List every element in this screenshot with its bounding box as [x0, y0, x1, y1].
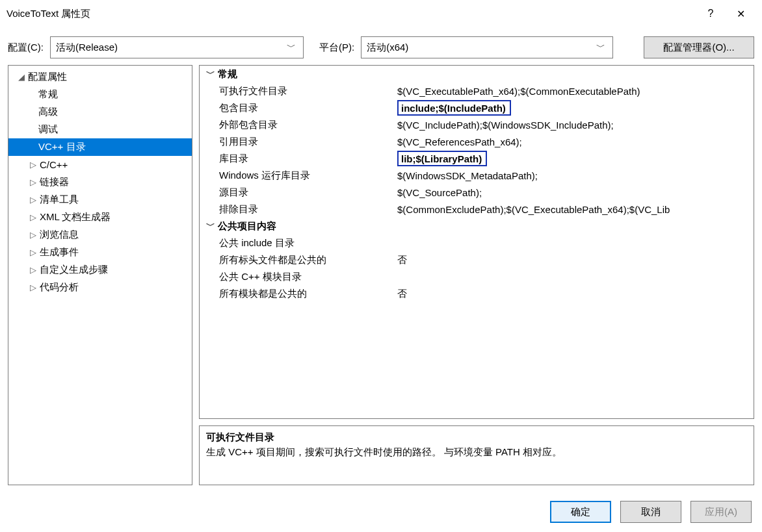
expander-closed-icon: ▷	[28, 247, 38, 257]
tree-item-build-events[interactable]: ▷ 生成事件	[8, 244, 192, 261]
prop-value[interactable]: lib;$(LibraryPath)	[397, 151, 754, 166]
prop-value[interactable]: $(VC_SourcePath);	[397, 187, 754, 198]
property-group-public-project[interactable]: ﹀ 公共项目内容	[200, 218, 754, 234]
prop-value[interactable]: $(VC_ExecutablePath_x64);$(CommonExecuta…	[397, 86, 754, 97]
configuration-combo[interactable]: 活动(Release) ﹀	[50, 36, 304, 58]
prop-row-reference-dirs[interactable]: 引用目录 $(VC_ReferencesPath_x64);	[200, 133, 754, 150]
configuration-tree[interactable]: ◢ 配置属性 常规 高级 调试 VC++ 目录 ▷ C/C++ ▷ 链接器	[8, 65, 192, 485]
configuration-value: 活动(Release)	[56, 42, 285, 54]
prop-row-include-dirs[interactable]: 包含目录 include;$(IncludePath)	[200, 99, 754, 116]
prop-row-library-dirs[interactable]: 库目录 lib;$(LibraryPath)	[200, 150, 754, 167]
tree-item-label: VC++ 目录	[38, 141, 86, 153]
prop-value[interactable]: $(WindowsSDK_MetadataPath);	[397, 170, 754, 181]
prop-value[interactable]: $(CommonExcludePath);$(VC_ExecutablePath…	[397, 204, 754, 215]
tree-item-label: 链接器	[40, 176, 69, 188]
prop-row-public-include-dirs[interactable]: 公共 include 目录	[200, 234, 754, 251]
property-group-label: 常规	[218, 68, 237, 81]
configuration-manager-label: 配置管理器(O)...	[663, 42, 734, 54]
expander-closed-icon: ▷	[28, 283, 38, 292]
prop-key: 可执行文件目录	[200, 85, 397, 97]
prop-row-exclude-dirs[interactable]: 排除目录 $(CommonExcludePath);$(VC_Executabl…	[200, 201, 754, 218]
tree-item-code-analysis[interactable]: ▷ 代码分析	[8, 279, 192, 296]
close-icon: ✕	[737, 8, 745, 20]
prop-value[interactable]: 否	[397, 254, 754, 266]
help-icon: ?	[708, 8, 714, 19]
tree-item-label: XML 文档生成器	[40, 211, 111, 223]
chevron-down-icon: ﹀	[204, 68, 218, 80]
expander-closed-icon: ▷	[28, 212, 38, 222]
highlighted-value: lib;$(LibraryPath)	[397, 151, 487, 166]
chevron-down-icon: ﹀	[285, 42, 298, 53]
configuration-label: 配置(C):	[8, 42, 44, 54]
chevron-down-icon: ﹀	[204, 220, 218, 232]
tree-item-debugging[interactable]: 调试	[8, 121, 192, 138]
property-grid[interactable]: ﹀ 常规 可执行文件目录 $(VC_ExecutablePath_x64);$(…	[199, 65, 754, 419]
prop-key: 公共 C++ 模块目录	[200, 271, 397, 283]
ok-button[interactable]: 确定	[550, 501, 611, 523]
prop-row-public-cpp-module-dirs[interactable]: 公共 C++ 模块目录	[200, 268, 754, 285]
tree-item-general[interactable]: 常规	[8, 86, 192, 103]
prop-key: 所有模块都是公共的	[200, 288, 397, 300]
title-bar: VoiceToText 属性页 ? ✕	[0, 0, 762, 27]
tree-item-label: 调试	[38, 123, 58, 136]
expander-open-icon: ◢	[16, 72, 27, 82]
apply-button[interactable]: 应用(A)	[690, 501, 752, 523]
prop-key: 外部包含目录	[200, 119, 397, 131]
tree-item-custom-build-step[interactable]: ▷ 自定义生成步骤	[8, 261, 192, 279]
tree-item-label: 代码分析	[40, 281, 79, 294]
tree-item-label: 生成事件	[40, 246, 79, 259]
platform-value: 活动(x64)	[367, 42, 594, 54]
expander-closed-icon: ▷	[28, 230, 38, 240]
tree-item-manifest-tool[interactable]: ▷ 清单工具	[8, 191, 192, 209]
tree-root[interactable]: ◢ 配置属性	[8, 68, 192, 86]
platform-combo[interactable]: 活动(x64) ﹀	[361, 36, 613, 58]
prop-row-all-headers-public[interactable]: 所有标头文件都是公共的 否	[200, 251, 754, 268]
prop-key: 源目录	[200, 186, 397, 199]
dialog-footer: 确定 取消 应用(A)	[0, 492, 762, 532]
tree-root-label: 配置属性	[28, 71, 67, 83]
tree-item-linker[interactable]: ▷ 链接器	[8, 173, 192, 191]
prop-key: 排除目录	[200, 203, 397, 216]
prop-key: 库目录	[200, 153, 397, 165]
window-title: VoiceToText 属性页	[7, 8, 90, 20]
close-button[interactable]: ✕	[726, 0, 755, 27]
configuration-manager-button[interactable]: 配置管理器(O)...	[644, 36, 754, 58]
tree-item-label: 常规	[38, 88, 58, 101]
expander-closed-icon: ▷	[28, 177, 38, 187]
highlighted-value: include;$(IncludePath)	[397, 100, 511, 116]
prop-value[interactable]: include;$(IncludePath)	[397, 100, 754, 116]
tree-item-xml-doc-generator[interactable]: ▷ XML 文档生成器	[8, 209, 192, 226]
prop-key: 所有标头文件都是公共的	[200, 254, 397, 266]
config-bar: 配置(C): 活动(Release) ﹀ 平台(P): 活动(x64) ﹀ 配置…	[0, 27, 762, 65]
tree-item-browse-info[interactable]: ▷ 浏览信息	[8, 226, 192, 244]
apply-label: 应用(A)	[705, 506, 737, 518]
tree-item-advanced[interactable]: 高级	[8, 103, 192, 121]
expander-closed-icon: ▷	[28, 195, 38, 205]
tree-item-c-cpp[interactable]: ▷ C/C++	[8, 156, 192, 173]
prop-row-executable-dirs[interactable]: 可执行文件目录 $(VC_ExecutablePath_x64);$(Commo…	[200, 82, 754, 99]
prop-value[interactable]: $(VC_IncludePath);$(WindowsSDK_IncludePa…	[397, 120, 754, 131]
property-group-general[interactable]: ﹀ 常规	[200, 66, 754, 82]
prop-key: 包含目录	[200, 102, 397, 114]
prop-row-all-modules-public[interactable]: 所有模块都是公共的 否	[200, 285, 754, 302]
description-panel: 可执行文件目录 生成 VC++ 项目期间，搜索可执行文件时使用的路径。 与环境变…	[199, 425, 754, 485]
cancel-button[interactable]: 取消	[620, 501, 681, 523]
cancel-label: 取消	[641, 506, 661, 518]
prop-row-source-dirs[interactable]: 源目录 $(VC_SourcePath);	[200, 184, 754, 201]
prop-value[interactable]: 否	[397, 288, 754, 300]
expander-closed-icon: ▷	[28, 160, 38, 170]
help-button[interactable]: ?	[696, 0, 726, 27]
tree-item-label: C/C++	[40, 159, 68, 170]
platform-label: 平台(P):	[319, 42, 354, 54]
prop-value[interactable]: $(VC_ReferencesPath_x64);	[397, 136, 754, 147]
right-panel: ﹀ 常规 可执行文件目录 $(VC_ExecutablePath_x64);$(…	[199, 65, 754, 485]
prop-row-external-include-dirs[interactable]: 外部包含目录 $(VC_IncludePath);$(WindowsSDK_In…	[200, 116, 754, 133]
tree-item-label: 高级	[38, 106, 58, 118]
ok-label: 确定	[571, 506, 590, 518]
description-body: 生成 VC++ 项目期间，搜索可执行文件时使用的路径。 与环境变量 PATH 相…	[206, 446, 747, 459]
tree-item-vc-directories[interactable]: VC++ 目录	[8, 138, 192, 156]
prop-key: 公共 include 目录	[200, 237, 397, 249]
property-pages-dialog: VoiceToText 属性页 ? ✕ 配置(C): 活动(Release) ﹀…	[0, 0, 762, 532]
tree-item-label: 自定义生成步骤	[40, 264, 108, 276]
prop-row-winrt-dirs[interactable]: Windows 运行库目录 $(WindowsSDK_MetadataPath)…	[200, 167, 754, 184]
